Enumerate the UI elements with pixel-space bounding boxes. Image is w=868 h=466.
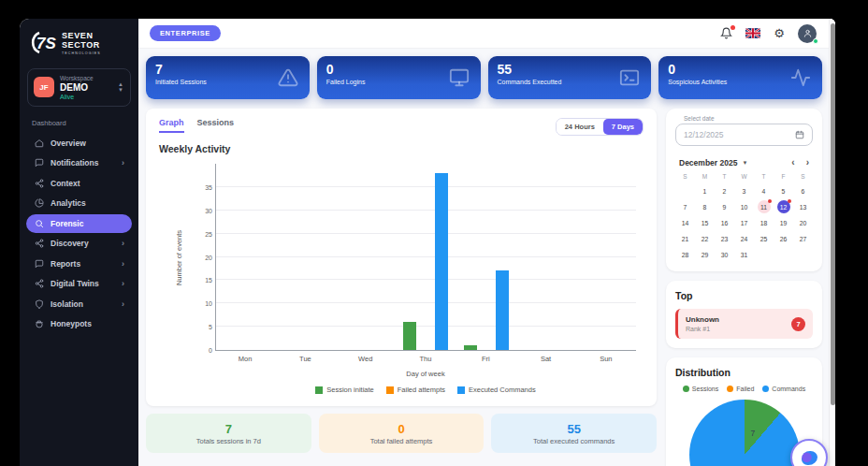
calendar-day-18[interactable]: 18 [754,215,774,230]
sidebar-item-context[interactable]: Context [26,174,132,193]
calendar-day-29[interactable]: 29 [695,247,715,262]
range-button-7-days[interactable]: 7 Days [603,119,643,135]
calendar-day-19[interactable]: 19 [774,215,793,230]
calendar-day-number: 22 [699,232,712,245]
sidebar-item-isolation[interactable]: Isolation› [26,295,132,313]
calendar-day-number: 31 [738,248,751,261]
tab-graph[interactable]: Graph [159,118,184,133]
calendar-day-number: 21 [679,232,692,245]
summary-card-total-failed-attempts: 0Total failed attempts [319,414,485,453]
y-tick-label: 20 [205,254,212,260]
calendar-day-17[interactable]: 17 [734,215,754,230]
calendar-day-21[interactable]: 21 [675,231,695,246]
chevron-right-icon: › [122,239,124,248]
enterprise-badge: ENTERPRISE [150,25,221,41]
calendar-day-5[interactable]: 5 [774,183,793,198]
calendar-day-number: 14 [679,216,692,229]
tab-sessions[interactable]: Sessions [197,118,235,133]
calendar-day-number: 6 [797,184,810,197]
brand: 7S SEVEN SECTOR TECHNOLOGIES [20,19,138,65]
pie-legend-label: Failed [736,386,754,392]
legend-item: Failed attempts [386,386,445,394]
calendar-day-number: 20 [797,216,810,229]
calendar-day-20[interactable]: 20 [793,215,813,230]
calendar-day-13[interactable]: 13 [793,199,813,214]
calendar-day-number: 7 [679,200,692,213]
workspace-selector[interactable]: JF Worskspace DEMO Alive ▲▼ [27,68,131,107]
calendar-next-button[interactable]: › [806,158,809,167]
calendar-day-27[interactable]: 27 [793,231,813,246]
range-button-24-hours[interactable]: 24 Hours [557,119,603,135]
weekday-label: W [734,171,754,182]
workspace-status: Alive [60,94,94,100]
top-alert-item[interactable]: Unknown Rank #1 7 [675,309,813,339]
calendar-day-number: 24 [738,232,751,245]
plot-area: 05101520253035 [215,164,636,351]
calendar-day-9[interactable]: 9 [715,199,734,214]
y-tick-label: 0 [209,347,212,354]
calendar-day-15[interactable]: 15 [695,215,715,230]
calendar-day-24[interactable]: 24 [734,231,754,246]
calendar-day-number: 30 [718,248,731,261]
sidebar-item-overview[interactable]: Overview [26,134,132,153]
calendar-prev-button[interactable]: ‹ [791,158,794,167]
brand-line-2: SECTOR [62,40,101,50]
calendar-day-6[interactable]: 6 [793,183,813,198]
weekday-label: T [754,171,774,182]
calendar-day-22[interactable]: 22 [695,231,715,246]
scrollbar-thumb[interactable] [831,23,835,405]
calendar-day-23[interactable]: 23 [715,231,734,246]
calendar-day-1[interactable]: 1 [695,183,715,198]
calendar-day-number: 9 [718,200,731,213]
calendar-day-16[interactable]: 16 [715,215,734,230]
calendar-day-number: 10 [738,200,751,213]
calendar-day-2[interactable]: 2 [715,183,734,198]
calendar-day-number: 5 [777,184,790,197]
pie-legend-dot [683,386,689,392]
month-dropdown-caret-icon[interactable]: ▼ [742,160,747,166]
sidebar-item-discovery[interactable]: Discovery› [26,234,132,253]
pie-legend-item: Failed [727,386,754,392]
calendar-icon[interactable] [795,126,804,143]
pie-legend-label: Sessions [692,386,718,392]
calendar-day-26[interactable]: 26 [774,231,793,246]
chevron-right-icon: › [122,279,124,288]
sidebar-item-reports[interactable]: Reports› [26,255,132,273]
alert-rank: Rank #1 [686,326,719,332]
calendar-day-11[interactable]: 11 [754,199,774,214]
calendar-day-25[interactable]: 25 [754,231,774,246]
notifications-bell-icon[interactable] [720,27,732,39]
calendar-day-number: 18 [758,216,771,229]
calendar-day-31[interactable]: 31 [734,247,754,262]
calendar-day-7[interactable]: 7 [675,199,695,214]
calendar-day-28[interactable]: 28 [675,247,695,262]
calendar-day-8[interactable]: 8 [695,199,715,214]
date-input[interactable] [675,124,813,146]
calendar-day-10[interactable]: 10 [734,199,754,214]
sidebar-item-label: Digital Twins [51,279,99,288]
settings-gear-icon[interactable]: ⚙ [774,27,785,39]
sidebar-item-analytics[interactable]: Analytics [26,194,132,212]
workspace-caret-icon: ▲▼ [118,82,123,93]
calendar-day-30[interactable]: 30 [715,247,734,262]
calendar-blank [675,183,695,198]
calendar-day-14[interactable]: 14 [675,215,695,230]
sidebar-item-digital-twins[interactable]: Digital Twins› [26,274,132,293]
date-input-value[interactable] [684,130,759,139]
distribution-title: Distribution [675,367,813,378]
calendar-day-number: 23 [718,232,731,245]
top-panel-title: Top [675,290,813,301]
calendar-day-12[interactable]: 12 [774,199,793,214]
sidebar-item-honeypots[interactable]: Honeypots [26,314,132,333]
workspace-name: DEMO [60,82,94,93]
calendar-day-4[interactable]: 4 [754,183,774,198]
sidebar-item-forensic[interactable]: Forensic [26,214,132,233]
summary-card-total-executed-commands: 55Total executed commands [491,414,657,453]
calendar-day-3[interactable]: 3 [734,183,754,198]
bar-group-fri [456,164,516,350]
stat-card-sospicious-activities: 0Sospicious Activities [658,56,822,99]
y-tick-label: 5 [209,324,212,330]
language-flag-icon[interactable] [745,28,760,38]
user-avatar[interactable] [798,24,817,43]
sidebar-item-notifications[interactable]: Notifications› [26,153,132,172]
